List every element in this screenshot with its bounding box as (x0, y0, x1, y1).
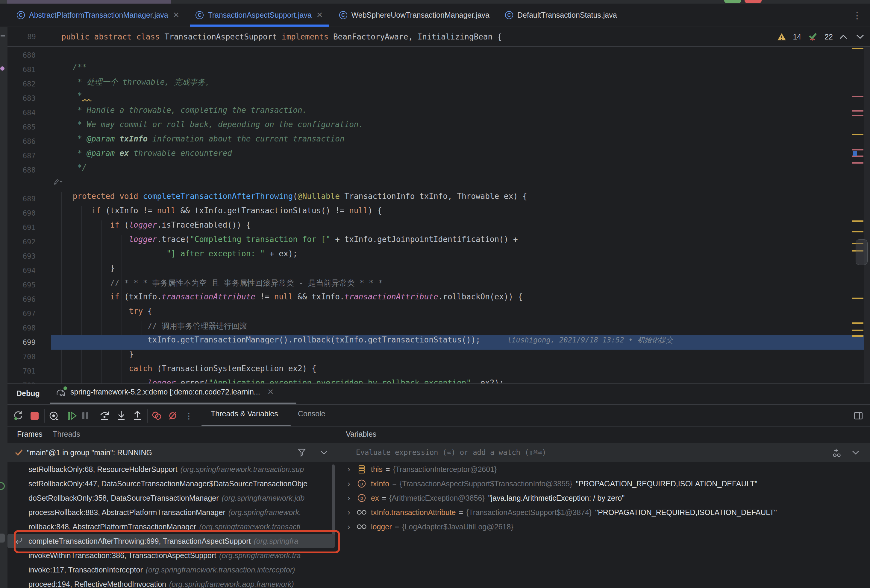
pause-icon[interactable] (80, 410, 91, 422)
line-number[interactable]: 684 (0, 105, 51, 120)
mute-breakpoints-icon[interactable] (167, 410, 179, 422)
resume-icon[interactable] (67, 410, 78, 422)
line-number[interactable]: 697 (0, 307, 51, 321)
line-number[interactable]: 685 (0, 120, 51, 134)
code-line[interactable] (0, 177, 870, 192)
code-line[interactable]: 681 /** (0, 62, 870, 77)
expand-chevron-icon[interactable]: › (347, 465, 356, 474)
line-number[interactable]: 687 (0, 148, 51, 163)
code-line[interactable]: 698 // 调用事务管理器进行回滚 (0, 321, 870, 335)
stripe-item-icon[interactable] (1, 35, 5, 37)
tab-options-icon[interactable]: ⋮ (853, 10, 862, 21)
sticky-header-line-89[interactable]: 89 public abstract class TransactionAspe… (0, 27, 870, 47)
line-number[interactable]: 693 (0, 249, 51, 263)
variable-row[interactable]: ›pex={ArithmeticException@3856}"java.lan… (339, 491, 870, 505)
line-number[interactable] (0, 177, 51, 192)
filter-icon[interactable] (298, 448, 306, 457)
tab-threads[interactable]: Threads (53, 430, 80, 438)
eval-expand-chevron-icon[interactable] (852, 450, 859, 454)
tab-console[interactable]: Console (298, 410, 325, 418)
line-number[interactable]: 681 (0, 62, 51, 77)
code-line[interactable]: 683 * (0, 91, 870, 105)
code-line[interactable]: 695 // * * * 事务属性不为空 且 事务属性回滚异常类 - 是当前异常… (0, 278, 870, 292)
error-stripe-mark[interactable] (852, 162, 863, 163)
editor-tab-abstractplatformtransactionmanager-java[interactable]: CAbstractPlatformTransactionManager.java… (9, 4, 188, 27)
show-execution-point-icon[interactable] (48, 410, 59, 422)
line-number[interactable]: 701 (0, 364, 51, 378)
line-number[interactable]: 686 (0, 134, 51, 148)
line-number[interactable]: 698 (0, 321, 51, 335)
tab-threads-variables[interactable]: Threads & Variables (211, 410, 278, 418)
error-stripe-mark[interactable] (852, 134, 863, 135)
line-number[interactable]: 690 (0, 206, 51, 220)
line-number[interactable]: 692 (0, 235, 51, 249)
code-line[interactable]: 688 */ (0, 163, 870, 177)
prev-problem-icon[interactable] (839, 34, 847, 39)
next-problem-icon[interactable] (856, 34, 864, 39)
code-line[interactable]: 685 * We may commit or roll back, depend… (0, 120, 870, 134)
tab-close-icon[interactable]: ✕ (173, 10, 180, 20)
code-line[interactable]: 699 txInfo.getTransactionManager().rollb… (0, 335, 870, 350)
error-stripe-mark[interactable] (852, 322, 863, 324)
error-stripe-mark[interactable] (852, 96, 863, 97)
error-stripe-mark[interactable] (852, 231, 863, 232)
error-stripe-mark[interactable] (852, 335, 863, 337)
stack-frame[interactable]: setRollbackOnly:447, DataSourceTransacti… (7, 477, 339, 491)
stop-icon[interactable] (29, 410, 40, 422)
code-line[interactable]: 684 * Handle a throwable, completing the… (0, 105, 870, 120)
code-line[interactable]: 697 try { (0, 307, 870, 321)
line-number[interactable]: 695 (0, 278, 51, 292)
line-number[interactable]: 691 (0, 220, 51, 235)
tab-frames[interactable]: Frames (17, 430, 43, 438)
error-stripe-mark[interactable] (852, 48, 863, 49)
line-number[interactable]: 702 (0, 378, 51, 383)
line-number[interactable]: 680 (0, 48, 51, 62)
editor-tab-defaulttransactionstatus-java[interactable]: CDefaultTransactionStatus.java (497, 4, 625, 27)
tab-close-icon[interactable]: ✕ (316, 10, 324, 20)
error-stripe-mark[interactable] (852, 220, 863, 222)
line-number[interactable]: 699 (0, 335, 51, 350)
stack-frame[interactable]: setRollbackOnly:68, ResourceHolderSuppor… (7, 462, 339, 477)
error-stripe-mark[interactable] (852, 298, 863, 299)
run-tool-icon[interactable] (0, 482, 5, 490)
layout-settings-icon[interactable] (853, 410, 864, 422)
code-line[interactable]: 682 * 处理一个 throwable, 完成事务。 (0, 77, 870, 91)
code-line[interactable]: 692 logger.trace("Completing transaction… (0, 235, 870, 249)
run-button[interactable] (724, 0, 741, 3)
code-line[interactable]: 701 catch (TransactionSystemException ex… (0, 364, 870, 378)
line-number[interactable]: 688 (0, 163, 51, 177)
error-stripe-mark[interactable] (852, 330, 863, 331)
code-line[interactable]: 693 "] after exception: " + ex); (0, 249, 870, 263)
debug-tool-icon[interactable] (0, 533, 5, 542)
thread-dropdown-chevron-icon[interactable] (320, 450, 328, 454)
variable-row[interactable]: ›logger={LogAdapter$JavaUtilLog@2618} (339, 520, 870, 534)
step-into-icon[interactable] (116, 410, 127, 422)
code-line[interactable]: 691 if (logger.isTraceEnabled()) { (0, 220, 870, 235)
line-number[interactable]: 682 (0, 77, 51, 91)
view-breakpoints-icon[interactable] (151, 410, 162, 422)
editor-tab-websphereuowtransactionmanager-java[interactable]: CWebSphereUowTransactionManager.java (331, 4, 497, 27)
line-number[interactable]: 694 (0, 263, 51, 278)
line-number[interactable]: 689 (0, 192, 51, 206)
error-stripe-mark[interactable] (852, 110, 863, 111)
more-actions-icon[interactable]: ⋮ (183, 410, 195, 422)
stack-frame[interactable]: rollback:848, AbstractPlatformTransactio… (7, 520, 339, 534)
code-line[interactable]: 702 logger.error("Application exception … (0, 378, 870, 383)
editor-scrollbar-thumb[interactable] (856, 239, 868, 265)
code-line[interactable]: 689 protected void completeTransactionAf… (0, 192, 870, 206)
session-close-icon[interactable]: ✕ (267, 387, 274, 396)
code-line[interactable]: 687 * @param ex throwable encountered (0, 148, 870, 163)
variable-row[interactable]: ›this={TransactionInterceptor@2601} (339, 462, 870, 477)
error-stripe-mark[interactable] (852, 149, 863, 150)
rerun-icon[interactable] (13, 410, 24, 422)
editor-tab-transactionaspectsupport-java[interactable]: CTransactionAspectSupport.java✕ (188, 4, 331, 27)
external-annotations-icon[interactable] (54, 178, 63, 187)
stack-frame[interactable]: invoke:117, TransactionInterceptor(org.s… (7, 563, 339, 577)
error-stripe-mark[interactable] (852, 115, 863, 116)
step-out-icon[interactable] (132, 410, 143, 422)
debug-session-tab[interactable]: spring-framework-5.2.x:demo [:demo:cn.co… (55, 387, 274, 396)
stop-button[interactable] (745, 0, 761, 3)
code-line[interactable]: 690 if (txInfo != null && txInfo.getTran… (0, 206, 870, 220)
stack-frame[interactable]: completeTransactionAfterThrowing:699, Tr… (7, 534, 335, 548)
stack-frame[interactable]: processRollback:883, AbstractPlatformTra… (7, 505, 339, 520)
